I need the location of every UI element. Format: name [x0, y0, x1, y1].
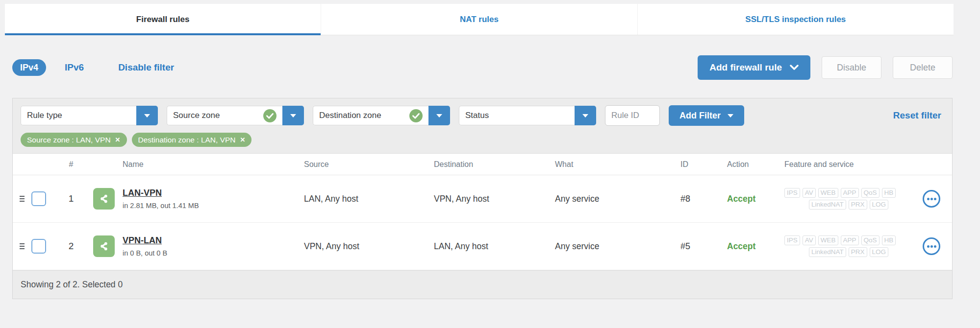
disable-button-label: Disable — [837, 63, 866, 73]
action-cell: Accept — [712, 194, 770, 204]
source-zone-dropdown-button[interactable] — [282, 106, 304, 125]
destination-zone-chip-label: Destination zone : LAN, VPN — [138, 136, 236, 144]
ipv4-label: IPv4 — [20, 63, 38, 73]
row-count-summary: Showing 2 of 2. Selected 0 — [21, 280, 123, 290]
col-header-name: Name — [85, 160, 289, 169]
feature-badges: IPS AV WEB APP QoS HB LinkedNAT PRX LOG — [784, 188, 913, 210]
share-icon — [98, 240, 110, 253]
firewall-rules-panel: Rule type Source zone Destination zone — [12, 98, 953, 299]
action-cell: Accept — [712, 241, 770, 252]
row-checkbox[interactable] — [31, 191, 46, 206]
destination-zone-field: Destination zone — [313, 106, 428, 125]
destination-zone-dropdown-button[interactable] — [428, 106, 450, 125]
tab-ssl-tls-rules-label: SSL/TLS inspection rules — [745, 15, 846, 24]
tab-bar: Firewall rules NAT rules SSL/TLS inspect… — [5, 4, 954, 35]
network-rule-icon[interactable] — [93, 188, 115, 210]
row-menu-button[interactable] — [923, 237, 940, 255]
status-dropdown-button[interactable] — [575, 106, 596, 125]
rule-id-cell: #5 — [666, 241, 712, 252]
badge-web: WEB — [818, 188, 838, 198]
disable-filter-link[interactable]: Disable filter — [118, 62, 174, 73]
chevron-down-icon — [582, 114, 588, 117]
chevron-down-icon — [790, 65, 799, 70]
table-row: 1 LAN-VPN in 2.81 MB, out 1.41 MB LAN, A… — [13, 175, 952, 223]
chevron-down-icon — [728, 114, 733, 117]
status-dropdown[interactable]: Status — [459, 106, 596, 125]
badge-app: APP — [841, 188, 859, 198]
rule-id-input[interactable] — [605, 105, 660, 126]
source-zone-dropdown[interactable]: Source zone — [167, 106, 304, 125]
add-firewall-rule-button[interactable]: Add firewall rule — [698, 55, 810, 80]
col-header-what: What — [540, 160, 666, 169]
col-header-destination: Destination — [419, 160, 540, 169]
rule-name-link[interactable]: VPN-LAN — [123, 235, 167, 246]
rule-type-dropdown-button[interactable] — [136, 106, 158, 125]
add-filter-button[interactable]: Add Filter — [669, 105, 744, 126]
col-header-num: # — [57, 160, 85, 169]
badge-qos: QoS — [861, 188, 879, 198]
source-zone-filter-chip: Source zone : LAN, VPN ✕ — [21, 133, 127, 147]
filter-area: Rule type Source zone Destination zone — [13, 98, 952, 154]
col-header-action: Action — [712, 160, 770, 169]
network-rule-icon[interactable] — [93, 235, 115, 257]
badge-qos: QoS — [861, 235, 879, 245]
badge-log: LOG — [870, 200, 889, 210]
badge-av: AV — [803, 188, 816, 198]
reset-filter-link[interactable]: Reset filter — [893, 110, 941, 121]
ipv6-toggle[interactable]: IPv6 — [65, 62, 84, 73]
source-cell: LAN, Any host — [289, 194, 419, 204]
remove-chip-icon[interactable]: ✕ — [115, 137, 121, 143]
toolbar: IPv4 IPv6 Disable filter Add firewall ru… — [12, 55, 953, 80]
badge-ips: IPS — [784, 235, 800, 245]
rule-id-cell: #8 — [666, 194, 712, 204]
disable-button[interactable]: Disable — [822, 56, 881, 79]
col-header-source: Source — [289, 160, 419, 169]
status-field: Status — [459, 106, 575, 125]
check-circle-icon — [409, 109, 423, 122]
badge-ips: IPS — [784, 188, 800, 198]
badge-hb: HB — [882, 235, 896, 245]
tab-firewall-rules[interactable]: Firewall rules — [5, 4, 321, 35]
destination-zone-dropdown[interactable]: Destination zone — [313, 106, 450, 125]
rule-type-label: Rule type — [27, 111, 62, 120]
add-firewall-rule-label: Add firewall rule — [709, 62, 782, 73]
table-footer: Showing 2 of 2. Selected 0 — [13, 270, 952, 299]
chevron-down-icon — [290, 114, 296, 117]
source-zone-field: Source zone — [167, 106, 282, 125]
share-icon — [98, 192, 110, 205]
source-zone-label: Source zone — [173, 111, 220, 120]
row-menu-button[interactable] — [923, 190, 940, 208]
badge-web: WEB — [818, 235, 838, 245]
what-cell: Any service — [540, 241, 666, 252]
badge-app: APP — [841, 235, 859, 245]
delete-button[interactable]: Delete — [893, 56, 953, 79]
toolbar-actions: Add firewall rule Disable Delete — [698, 55, 953, 80]
chevron-down-icon — [436, 114, 442, 117]
row-number: 2 — [57, 241, 85, 252]
remove-chip-icon[interactable]: ✕ — [240, 137, 246, 143]
source-zone-chip-label: Source zone : LAN, VPN — [27, 136, 111, 144]
badge-log: LOG — [870, 247, 889, 257]
badge-av: AV — [803, 235, 816, 245]
badge-prx: PRX — [849, 200, 867, 210]
tab-ssl-tls-rules[interactable]: SSL/TLS inspection rules — [638, 4, 954, 35]
drag-handle-icon[interactable] — [13, 243, 31, 249]
ipv4-toggle[interactable]: IPv4 — [12, 59, 46, 76]
check-circle-icon — [263, 109, 276, 122]
destination-zone-filter-chip: Destination zone : LAN, VPN ✕ — [132, 133, 252, 147]
chevron-down-icon — [144, 114, 150, 117]
add-filter-label: Add Filter — [679, 111, 721, 121]
tab-nat-rules[interactable]: NAT rules — [321, 4, 637, 35]
source-cell: VPN, Any host — [289, 241, 419, 252]
col-header-id: ID — [666, 160, 712, 169]
badge-linkednat: LinkedNAT — [809, 200, 846, 210]
row-checkbox[interactable] — [31, 239, 46, 254]
rule-name-link[interactable]: LAN-VPN — [123, 188, 199, 198]
rule-traffic-stats: in 0 B, out 0 B — [123, 249, 167, 257]
rule-traffic-stats: in 2.81 MB, out 1.41 MB — [123, 202, 199, 210]
delete-button-label: Delete — [910, 63, 935, 73]
rule-type-field: Rule type — [21, 106, 136, 125]
rule-type-dropdown[interactable]: Rule type — [21, 106, 158, 125]
destination-cell: VPN, Any host — [419, 194, 540, 204]
drag-handle-icon[interactable] — [13, 196, 31, 202]
